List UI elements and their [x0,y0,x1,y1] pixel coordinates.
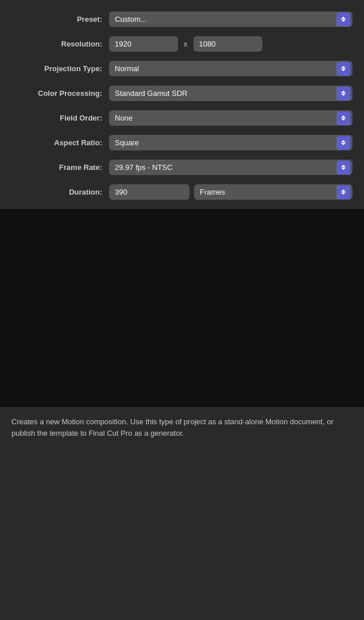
color-processing-select-wrapper: Standard Gamut SDR [109,86,353,101]
resolution-row: Resolution: x [11,36,353,52]
resolution-width-input[interactable] [109,36,178,52]
duration-unit-select-wrapper: Frames Seconds [194,184,353,200]
projection-type-row: Projection Type: Normal [11,61,353,76]
settings-panel: Preset: Custom... Resolution: x [0,0,364,200]
preset-control: Custom... [109,11,353,27]
resolution-label: Resolution: [11,40,109,48]
field-order-row: Field Order: None [11,110,353,126]
color-processing-label: Color Processing: [11,89,109,98]
description-text: Creates a new Motion composition. Use th… [11,416,353,439]
field-order-select[interactable]: None [109,110,353,126]
duration-inputs: Frames Seconds [109,184,353,200]
description-area: Creates a new Motion composition. Use th… [0,407,364,450]
preview-area [0,209,364,407]
frame-rate-select-wrapper: 29.97 fps - NTSC [109,160,353,175]
preset-select[interactable]: Custom... [109,11,353,27]
color-processing-control: Standard Gamut SDR [109,86,353,101]
duration-row: Duration: Frames Seconds [11,184,353,200]
preset-row: Preset: Custom... [11,11,353,27]
frame-rate-label: Frame Rate: [11,163,109,172]
duration-value-input[interactable] [109,184,189,200]
frame-rate-control: 29.97 fps - NTSC [109,160,353,175]
duration-unit-select[interactable]: Frames Seconds [194,184,353,200]
projection-type-select[interactable]: Normal [109,61,353,76]
projection-type-select-wrapper: Normal [109,61,353,76]
color-processing-select[interactable]: Standard Gamut SDR [109,86,353,101]
field-order-label: Field Order: [11,114,109,122]
duration-control: Frames Seconds [109,184,353,200]
aspect-ratio-row: Aspect Ratio: Square [11,135,353,150]
duration-label: Duration: [11,188,109,196]
frame-rate-select[interactable]: 29.97 fps - NTSC [109,160,353,175]
resolution-control: x [109,36,353,52]
resolution-separator: x [184,40,188,48]
aspect-ratio-label: Aspect Ratio: [11,138,109,147]
projection-type-control: Normal [109,61,353,76]
resolution-inputs: x [109,36,353,52]
field-order-select-wrapper: None [109,110,353,126]
preset-label: Preset: [11,15,109,24]
resolution-height-input[interactable] [193,36,262,52]
preset-select-wrapper: Custom... [109,11,353,27]
projection-type-label: Projection Type: [11,64,109,73]
frame-rate-row: Frame Rate: 29.97 fps - NTSC [11,160,353,175]
field-order-control: None [109,110,353,126]
aspect-ratio-control: Square [109,135,353,150]
aspect-ratio-select[interactable]: Square [109,135,353,150]
aspect-ratio-select-wrapper: Square [109,135,353,150]
color-processing-row: Color Processing: Standard Gamut SDR [11,86,353,101]
